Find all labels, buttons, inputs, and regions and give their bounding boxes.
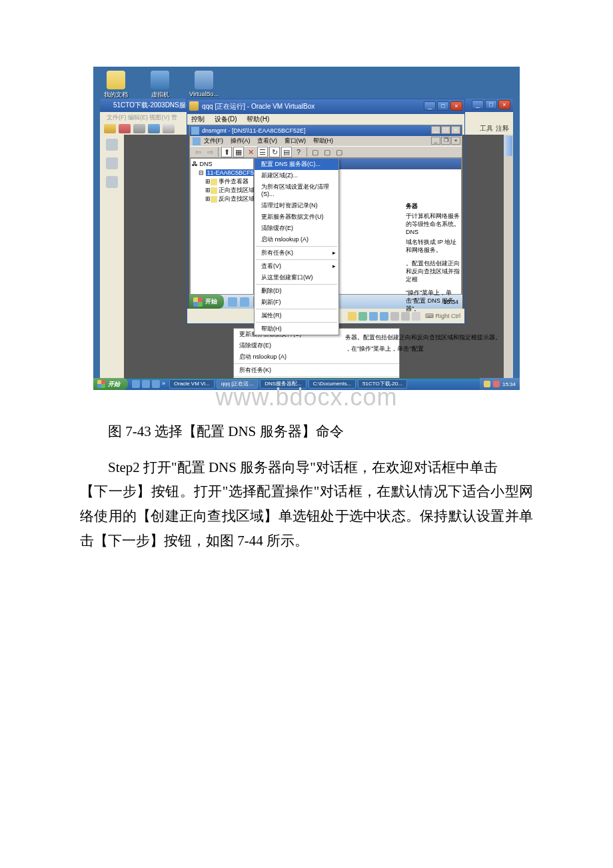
refresh-icon[interactable]: ↻ bbox=[269, 147, 280, 157]
close-button[interactable]: × bbox=[498, 100, 510, 109]
virtualbox-titlebar[interactable]: qqq [正在运行] - Oracle VM VirtualBox _ □ × bbox=[187, 99, 464, 114]
sidebar-icon[interactable] bbox=[106, 139, 118, 151]
pdf-sidebar bbox=[100, 135, 124, 378]
pdf-toolbar bbox=[100, 123, 187, 135]
para-line: 【下一步】按钮。打开"选择配置操作"对话框，在默认情况下适合小型网络使用的【创建… bbox=[80, 483, 533, 549]
maximize-button[interactable]: □ bbox=[437, 101, 449, 111]
maximize-button[interactable]: □ bbox=[485, 100, 497, 109]
virtualbox-title: qqq [正在运行] - Oracle VM VirtualBox bbox=[202, 103, 314, 110]
scrollbar-thumb[interactable] bbox=[504, 136, 512, 156]
status-net-icon[interactable] bbox=[369, 312, 378, 321]
minimize-button[interactable]: _ bbox=[472, 100, 484, 109]
dnsmgmt-body: 🖧 DNS ⊟ 11-EAA8C5BCF52E ⊞事件查看器 ⊞正向查找区域 ⊞… bbox=[190, 158, 462, 297]
virtualbox-menubar: 控制 设备(D) 帮助(H) bbox=[187, 114, 464, 125]
dnsmgmt-titlebar[interactable]: dnsmgmt - [DNS\\11-EAA8C5BCF52E] _ □ × bbox=[190, 125, 462, 136]
menu-item-scavenge[interactable]: 清理过时资源记录(N) bbox=[255, 200, 338, 211]
menu-item-help[interactable]: 帮助(H) bbox=[255, 323, 338, 335]
tree-root[interactable]: 🖧 DNS bbox=[192, 160, 252, 169]
menu-item-clear-cache[interactable]: 清除缓存(E) bbox=[255, 223, 338, 234]
menu-item-view[interactable]: 查看(V)▸ bbox=[255, 261, 338, 272]
back-icon[interactable]: ⇦ bbox=[193, 147, 203, 157]
menu-item-nslookup[interactable]: 启动 nslookup (A) bbox=[255, 234, 338, 245]
menu-separator bbox=[256, 322, 337, 323]
close-button[interactable]: × bbox=[451, 126, 460, 134]
menu-separator bbox=[234, 363, 399, 364]
show-hide-icon[interactable]: ▦ bbox=[233, 147, 244, 157]
info-line: 。配置包括创建正向和反向查找区域并指定根 bbox=[406, 259, 461, 283]
dnsmgmt-menubar: 文件(F) 操作(A) 查看(V) 窗口(W) 帮助(H) _ ❐ × bbox=[190, 136, 462, 146]
pdf-toolbar-right: 工具 注释 bbox=[460, 123, 513, 135]
status-shared-icon[interactable] bbox=[390, 312, 399, 321]
menu-control[interactable]: 控制 bbox=[191, 115, 205, 123]
tool-icon[interactable]: ▢ bbox=[310, 147, 320, 157]
tool-icon[interactable]: ▢ bbox=[322, 147, 332, 157]
menu-separator bbox=[256, 259, 337, 260]
dnsmgmt-window: dnsmgmt - [DNS\\11-EAA8C5BCF52E] _ □ × 文… bbox=[189, 125, 462, 309]
menu-item-properties[interactable]: 属性(R) bbox=[255, 310, 338, 321]
virtualbox-icon bbox=[195, 71, 213, 89]
toolbar-button[interactable] bbox=[119, 124, 131, 133]
status-usb-icon[interactable] bbox=[380, 312, 388, 321]
pdf-scrollbar[interactable] bbox=[504, 135, 513, 378]
toolbar-button[interactable] bbox=[133, 124, 145, 133]
properties-icon[interactable]: ☰ bbox=[257, 147, 268, 157]
desktop-icon-virtualbox[interactable]: VirtualBo... bbox=[188, 71, 220, 99]
vm-start-button[interactable]: 开始 bbox=[189, 295, 224, 309]
figure-caption: 图 7-43 选择【配置 DNS 服务器】命令 bbox=[80, 421, 533, 443]
menu-window[interactable]: 窗口(W) bbox=[285, 137, 306, 144]
menu-view[interactable]: 查看(V) bbox=[257, 137, 277, 144]
menu-item-new-zone[interactable]: 新建区域(Z)... bbox=[255, 170, 338, 181]
desktop-icon-documents[interactable]: 我的文档 bbox=[100, 71, 132, 99]
forward-icon[interactable]: ⇨ bbox=[205, 147, 215, 157]
tree-server[interactable]: ⊟ 11-EAA8C5BCF52E bbox=[192, 169, 252, 177]
mdi-restore-button[interactable]: ❐ bbox=[441, 137, 450, 145]
menu-help[interactable]: 帮助(H) bbox=[313, 137, 334, 144]
quicklaunch-icon[interactable] bbox=[228, 297, 237, 307]
tree-item-events[interactable]: ⊞事件查看器 bbox=[192, 177, 252, 186]
pdf-menu-text[interactable]: 文件(F) 编辑(E) 视图(V) 管 bbox=[107, 114, 177, 121]
paragraph: Step2 打开"配置 DNS 服务器向导"对话框，在欢迎对话框中单击 【下一步… bbox=[80, 455, 533, 553]
vm-icon bbox=[151, 71, 169, 89]
tool-icon[interactable]: ▢ bbox=[334, 147, 344, 157]
menu-item[interactable]: 所有任务(K) bbox=[234, 365, 399, 376]
quicklaunch-icon[interactable] bbox=[240, 297, 249, 307]
sidebar-icon[interactable] bbox=[106, 176, 118, 188]
menu-file[interactable]: 文件(F) bbox=[204, 137, 224, 144]
minimize-button[interactable]: _ bbox=[424, 101, 436, 111]
menu-item-update-files[interactable]: 更新服务器数据文件(U) bbox=[255, 211, 338, 223]
status-cd-icon[interactable] bbox=[358, 312, 367, 321]
menu-item-new-window[interactable]: 从这里创建窗口(W) bbox=[255, 272, 338, 283]
desktop-icon-vm[interactable]: 虚拟机 bbox=[144, 71, 176, 99]
page-content: 我的文档 虚拟机 VirtualBo... 51CTO下载-2003DNS服务 … bbox=[0, 0, 613, 580]
dns-icon bbox=[191, 127, 199, 135]
tree-item-forward-zones[interactable]: ⊞正向查找区域 bbox=[192, 186, 252, 195]
sidebar-icon[interactable] bbox=[106, 157, 118, 169]
tree-item-reverse-zones[interactable]: ⊞反向查找区域 bbox=[192, 195, 252, 203]
minimize-button[interactable]: _ bbox=[431, 126, 440, 134]
maximize-button[interactable]: □ bbox=[441, 126, 450, 134]
status-hdd-icon[interactable] bbox=[348, 312, 356, 321]
menu-item-delete[interactable]: 删除(D) bbox=[255, 285, 338, 297]
close-button[interactable]: × bbox=[450, 101, 462, 111]
menu-item-refresh[interactable]: 刷新(F) bbox=[255, 297, 338, 308]
menu-devices[interactable]: 设备(D) bbox=[215, 115, 237, 123]
mdi-close-button[interactable]: × bbox=[451, 137, 460, 145]
toolbar-button[interactable] bbox=[163, 124, 175, 133]
dns-tree: 🖧 DNS ⊟ 11-EAA8C5BCF52E ⊞事件查看器 ⊞正向查找区域 ⊞… bbox=[190, 158, 254, 297]
menu-item-all-tasks[interactable]: 所有任务(K)▸ bbox=[255, 247, 338, 259]
toolbar-button[interactable] bbox=[148, 124, 160, 133]
toolbar-button[interactable] bbox=[104, 124, 116, 133]
menu-help[interactable]: 帮助(H) bbox=[247, 115, 269, 123]
menu-item-aging[interactable]: 为所有区域设置老化/清理(S)... bbox=[255, 181, 338, 200]
mdi-minimize-button[interactable]: _ bbox=[431, 137, 440, 145]
chevron-right-icon: ▸ bbox=[332, 249, 336, 257]
help-icon[interactable]: ? bbox=[293, 147, 304, 157]
annotate-label[interactable]: 注释 bbox=[496, 124, 509, 133]
up-icon[interactable]: ⬆ bbox=[221, 147, 232, 157]
menu-item-configure-dns[interactable]: 配置 DNS 服务器(C)... bbox=[255, 159, 338, 170]
tools-label[interactable]: 工具 bbox=[480, 124, 493, 133]
menu-action[interactable]: 操作(A) bbox=[231, 137, 251, 144]
export-icon[interactable]: ▤ bbox=[281, 147, 292, 157]
delete-icon[interactable]: ✕ bbox=[245, 147, 256, 157]
para-line: Step2 打开"配置 DNS 服务器向导"对话框，在欢迎对话框中单击 bbox=[80, 455, 533, 480]
